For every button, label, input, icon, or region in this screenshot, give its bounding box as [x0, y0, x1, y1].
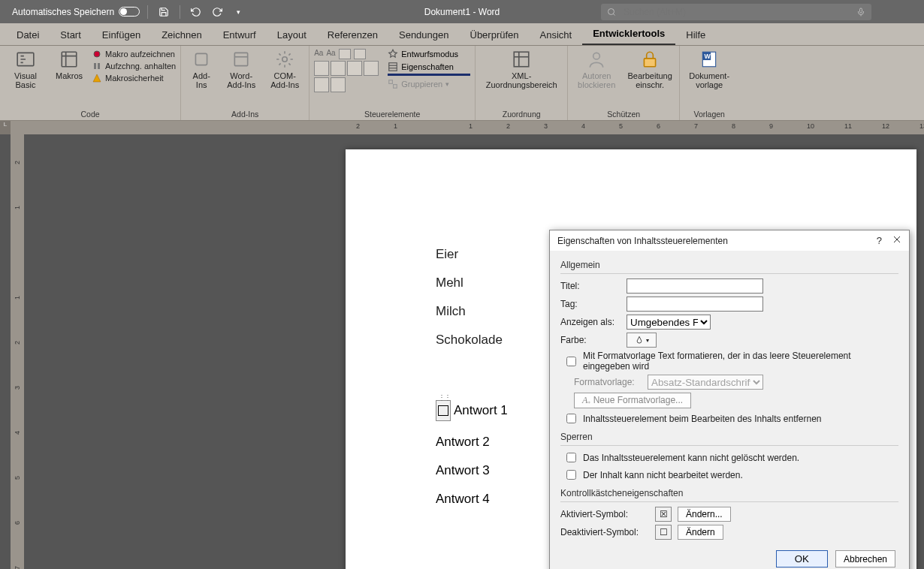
tab-layout[interactable]: Layout: [267, 25, 317, 45]
tab-entwicklertools[interactable]: Entwicklertools: [582, 23, 675, 45]
tab-start[interactable]: Start: [50, 25, 91, 45]
show-as-select[interactable]: Umgebendes Feld: [627, 315, 711, 330]
xml-mapping-button[interactable]: XML- Zuordnungsbereich: [480, 49, 563, 89]
svg-rect-7: [94, 63, 96, 69]
control-gallery-picture[interactable]: [339, 49, 351, 59]
macro-security-button[interactable]: Makrosicherheit: [92, 73, 176, 83]
block-authors-button[interactable]: Autoren blockieren: [572, 49, 621, 89]
search-box[interactable]: [601, 4, 871, 20]
change-unchecked-button[interactable]: Ändern: [678, 525, 723, 540]
svg-line-1: [613, 14, 614, 15]
close-icon[interactable]: [892, 235, 901, 246]
control-gallery-repeating[interactable]: [314, 77, 329, 92]
label-tag: Tag:: [560, 299, 621, 309]
search-icon: [607, 8, 616, 17]
tab-einfuegen[interactable]: Einfügen: [92, 25, 151, 45]
control-gallery-date[interactable]: [364, 61, 379, 76]
word-template-icon: W: [699, 49, 720, 70]
visual-basic-button[interactable]: Visual Basic: [5, 49, 47, 89]
label-use-style: Mit Formatvorlage Text formatieren, der …: [583, 351, 898, 372]
dialog-title: Eigenschaften von Inhaltssteuerelementen: [557, 236, 728, 246]
tab-zeichnen[interactable]: Zeichnen: [151, 25, 212, 45]
cannot-edit-checkbox[interactable]: [566, 470, 576, 480]
cannot-delete-checkbox[interactable]: [566, 453, 576, 462]
control-gallery-building-block[interactable]: [354, 49, 366, 59]
style-select: Absatz-Standardschriftart: [648, 375, 763, 390]
pause-icon: [92, 61, 102, 71]
label-unchecked-symbol: Deaktiviert-Symbol:: [560, 527, 649, 537]
document-template-button[interactable]: W Dokument- vorlage: [684, 49, 734, 89]
control-gallery-legacy[interactable]: [331, 77, 346, 92]
section-checkbox: Kontrollkästcheneigenschaften: [560, 485, 898, 502]
microphone-icon[interactable]: [856, 8, 865, 17]
title-field[interactable]: [627, 278, 763, 294]
tab-referenzen[interactable]: Referenzen: [317, 25, 388, 45]
makros-icon: [59, 49, 80, 70]
checkbox-control[interactable]: [438, 405, 448, 416]
undo-icon[interactable]: [188, 7, 204, 17]
ribbon-group-protect: Autoren blockieren Bearbeitung einschr. …: [568, 46, 680, 120]
chevron-down-icon: ▾: [445, 80, 449, 88]
warning-icon: [92, 73, 102, 83]
svg-rect-10: [235, 53, 248, 65]
tab-datei[interactable]: Datei: [6, 25, 50, 45]
label-cannot-delete: Das Inhaltssteuerelement kann nicht gelö…: [583, 453, 799, 463]
autosave-toggle[interactable]: Automatisches Speichern: [12, 7, 140, 17]
tab-entwurf[interactable]: Entwurf: [213, 25, 267, 45]
ribbon-group-mapping: XML- Zuordnungsbereich Zuordnung: [476, 46, 568, 120]
content-control-handle[interactable]: [436, 400, 451, 421]
com-addins-icon: [274, 49, 295, 70]
unchecked-symbol-display: ☐: [655, 525, 672, 540]
record-macro-button[interactable]: Makro aufzeichnen: [92, 49, 176, 59]
ok-button[interactable]: OK: [776, 550, 828, 567]
ribbon-group-code: Visual Basic Makros Makro aufzeichnen Au…: [0, 46, 181, 120]
change-checked-button[interactable]: Ändern...: [678, 507, 731, 522]
horizontal-ruler[interactable]: 2 1 1 2 3 4 5 6 7 8 9 10 11 12 13: [11, 121, 924, 134]
word-addins-icon: [231, 49, 252, 70]
pause-recording-button[interactable]: Aufzchng. anhalten: [92, 61, 176, 71]
control-gallery-combobox[interactable]: [331, 61, 346, 76]
control-gallery-dropdown[interactable]: [347, 61, 362, 76]
menu-tabs: Datei Start Einfügen Zeichnen Entwurf La…: [0, 23, 924, 46]
cancel-button[interactable]: Abbrechen: [835, 550, 895, 567]
qat-dropdown-icon[interactable]: ▾: [230, 8, 246, 16]
record-icon: [92, 49, 102, 59]
svg-rect-8: [98, 63, 100, 69]
makros-button[interactable]: Makros: [51, 49, 87, 80]
properties-button[interactable]: Eigenschaften: [388, 62, 470, 72]
help-button[interactable]: ?: [877, 235, 882, 246]
design-mode-icon: [388, 49, 398, 59]
addins-button[interactable]: Add- Ins: [186, 49, 217, 89]
content-control-properties-dialog: Eigenschaften von Inhaltssteuerelementen…: [549, 230, 910, 569]
svg-point-11: [282, 57, 288, 62]
remove-on-edit-checkbox[interactable]: [566, 414, 576, 423]
design-mode-button[interactable]: Entwurfsmodus: [388, 49, 470, 59]
com-addins-button[interactable]: COM- Add-Ins: [265, 49, 304, 89]
label-color: Farbe:: [560, 335, 621, 345]
search-input[interactable]: [622, 6, 850, 18]
ruler-corner: L: [0, 121, 11, 134]
word-addins-button[interactable]: Word- Add-Ins: [222, 49, 261, 89]
vertical-ruler[interactable]: 2 1 1 2 3 4 5 6 7: [11, 134, 24, 569]
redo-icon[interactable]: [209, 7, 225, 17]
color-picker-button[interactable]: ▾: [627, 333, 657, 348]
tab-ueberpruefen[interactable]: Überprüfen: [460, 25, 530, 45]
section-general: Allgemein: [560, 257, 898, 274]
block-authors-icon: [586, 49, 607, 70]
control-gallery-plain-text[interactable]: Aa: [326, 49, 335, 59]
tab-sendungen[interactable]: Sendungen: [388, 25, 460, 45]
svg-point-0: [608, 8, 614, 14]
tab-ansicht[interactable]: Ansicht: [530, 25, 583, 45]
checked-symbol-display: ☒: [655, 507, 672, 522]
control-gallery-rich-text[interactable]: Aa: [314, 49, 323, 59]
tag-field[interactable]: [627, 297, 763, 312]
save-icon[interactable]: [156, 7, 172, 17]
svg-rect-17: [514, 52, 529, 67]
control-gallery-checkbox[interactable]: [314, 61, 329, 76]
svg-rect-5: [62, 52, 77, 67]
group-button[interactable]: Gruppieren ▾: [388, 79, 470, 89]
use-style-checkbox[interactable]: [566, 357, 576, 366]
svg-rect-15: [389, 80, 393, 84]
tab-hilfe[interactable]: Hilfe: [675, 25, 716, 45]
restrict-editing-button[interactable]: Bearbeitung einschr.: [625, 49, 675, 89]
